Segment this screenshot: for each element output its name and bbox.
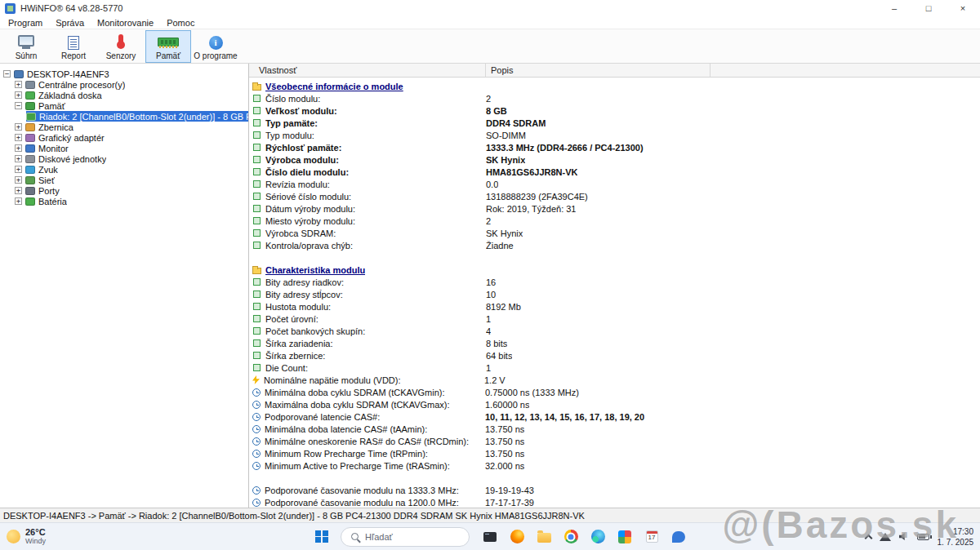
detail-row[interactable]: Sériové číslo modulu: 1318888239 (2FA39C… [249,190,980,202]
tree-item[interactable]: + Zvuk [0,164,248,175]
detail-row[interactable]: Kontrola/oprava chýb: Žiadne [249,239,980,251]
chrome-taskbar-button[interactable] [563,529,579,545]
memory-icon [25,102,35,110]
tree-item[interactable]: + Základná doska [0,90,248,100]
menu-monitorovanie[interactable]: Monitorovanie [91,18,160,28]
expander-icon[interactable]: − [3,70,11,78]
detail-row[interactable]: Podporované časovanie modulu na 1333.3 M… [249,484,980,496]
expander-icon[interactable]: − [15,102,22,109]
menu-program[interactable]: Program [2,18,49,28]
detail-row-value: 0.75000 ns (1333 MHz) [485,388,579,397]
detail-row[interactable]: Minimálna doba cyklu SDRAM (tCKAVGmin): … [249,386,980,398]
detail-row-label: Hustota modulu: [265,302,486,312]
menu-pomoc[interactable]: Pomoc [160,18,201,28]
detail-row[interactable]: Šírka zbernice: 64 bits [249,349,980,361]
expander-icon[interactable]: + [15,197,22,205]
photos-taskbar-button[interactable] [617,529,633,545]
tree-item[interactable]: + Porty [0,185,248,196]
expander-icon[interactable]: + [15,81,22,88]
expander-icon[interactable]: + [15,144,22,152]
detail-row-value: 10 [486,290,496,299]
expander-icon[interactable]: + [15,134,22,141]
detail-row-value: 1 [486,314,491,324]
detail-row[interactable]: Minimálna doba latencie CAS# (tAAmin): 1… [249,423,980,435]
detail-row[interactable]: Počet úrovní: 1 [249,313,980,325]
expander-icon[interactable]: + [15,176,22,184]
gpu-icon [25,134,35,142]
minimize-button[interactable]: – [877,0,911,16]
firefox-icon [510,530,524,543]
firefox-taskbar-button[interactable] [509,529,525,545]
detail-row[interactable]: Die Count: 1 [249,361,980,374]
close-button[interactable]: × [946,0,980,16]
taskbar-clock[interactable]: 17:30 1. 7. 2025 [938,526,973,548]
tree-item[interactable]: + Zbernica [0,122,248,132]
maximize-button[interactable]: □ [911,0,946,16]
detail-row[interactable]: Rýchlosť pamäte: 1333.3 MHz (DDR4-2666 /… [249,141,980,153]
tree-item[interactable]: + Centrálne procesor(y) [0,79,248,90]
memory-button[interactable]: Pamäť [145,30,191,63]
detail-row[interactable]: Podporované latencie CAS#: 10, 11, 12, 1… [249,410,980,423]
detail-row[interactable] [249,251,980,264]
detail-row[interactable]: Minimum Row Precharge Time (tRPmin): 13.… [249,447,980,459]
volume-icon[interactable] [899,532,909,541]
detail-row[interactable]: Veľkosť modulu: 8 GB [249,104,980,117]
calendar-taskbar-button[interactable]: 17 [644,529,660,545]
detail-row[interactable]: Maximálna doba cyklu SDRAM (tCKAVGmax): … [249,398,980,410]
detail-row[interactable]: Číslo modulu: 2 [249,92,980,104]
detail-row[interactable]: Miesto výroby modulu: 2 [249,215,980,227]
tree-item[interactable]: − DESKTOP-I4AENF3 [0,69,248,79]
tree-item[interactable]: + Grafický adaptér [0,132,248,143]
detail-row[interactable]: Hustota modulu: 8192 Mb [249,300,980,313]
expander-icon[interactable]: + [15,187,22,194]
weather-widget[interactable]: 26°C Windy [7,523,46,550]
wifi-icon[interactable] [880,533,891,541]
details-header: Vlastnosť Popis [249,64,980,78]
tree-item[interactable]: + Batéria [0,196,248,206]
expander-icon[interactable]: + [15,155,22,162]
battery-icon[interactable] [917,534,929,540]
detail-row-label: Výrobca SDRAM: [265,228,486,238]
expander-icon[interactable]: + [15,91,22,99]
expander-icon[interactable]: + [15,166,22,173]
detail-row[interactable]: Minimum Active to Precharge Time (tRASmi… [249,459,980,472]
detail-row[interactable]: Typ pamäte: DDR4 SDRAM [249,117,980,129]
chat-taskbar-button[interactable] [670,529,687,545]
about-button[interactable]: O programe [193,30,238,63]
file-explorer-taskbar-button[interactable] [536,529,552,545]
summary-button[interactable]: Súhrn [3,30,49,63]
toolbar-button-label: Pamäť [156,51,180,60]
terminal-taskbar-button[interactable] [482,529,498,545]
edge-taskbar-button[interactable] [590,529,606,545]
detail-row[interactable]: Bity adresy stĺpcov: 10 [249,288,980,300]
detail-row[interactable]: Podporované časovanie modulu na 1200.0 M… [249,496,980,508]
detail-row[interactable]: Bity adresy riadkov: 16 [249,276,980,288]
tree-item[interactable]: Riadok: 2 [ChannelB0/Bottom-Slot 2(under… [0,111,248,122]
hidden-icons-chevron-icon[interactable] [864,534,872,542]
expander-icon[interactable]: + [15,123,22,131]
detail-row[interactable]: Minimálne oneskorenie RAS# do CAS# (tRCD… [249,435,980,447]
detail-row[interactable]: Revízia modulu: 0.0 [249,178,980,190]
start-button[interactable] [312,527,332,547]
menu-správa[interactable]: Správa [49,18,91,28]
report-button[interactable]: Report [51,30,96,63]
detail-row[interactable]: Typ modulu: SO-DIMM [249,129,980,141]
column-header-property[interactable]: Vlastnosť [249,64,486,77]
detail-row[interactable]: Dátum výroby modulu: Rok: 2019, Týždeň: … [249,202,980,215]
detail-row[interactable]: Výrobca SDRAM: SK Hynix [249,227,980,239]
detail-row[interactable]: Všeobecné informácie o module [249,80,980,92]
tree-item[interactable]: − Pamäť [0,100,248,111]
detail-row[interactable]: Počet bankových skupín: 4 [249,325,980,337]
detail-row[interactable]: Výrobca modulu: SK Hynix [249,153,980,166]
tree-item[interactable]: + Sieť [0,175,248,185]
detail-row[interactable]: Charakteristika modulu [249,264,980,276]
column-header-description[interactable]: Popis [486,64,710,77]
tree-item[interactable]: + Monitor [0,143,248,153]
detail-row[interactable] [249,472,980,484]
taskbar-search[interactable]: Hľadať [341,527,470,547]
tree-item[interactable]: + Diskové jednotky [0,153,248,164]
detail-row[interactable]: Nominálne napätie modulu (VDD): 1.2 V [249,374,980,386]
detail-row[interactable]: Číslo dielu modulu: HMA81GS6JJR8N-VK [249,166,980,178]
sensors-button[interactable]: Senzory [98,30,144,63]
detail-row[interactable]: Šírka zariadenia: 8 bits [249,337,980,349]
